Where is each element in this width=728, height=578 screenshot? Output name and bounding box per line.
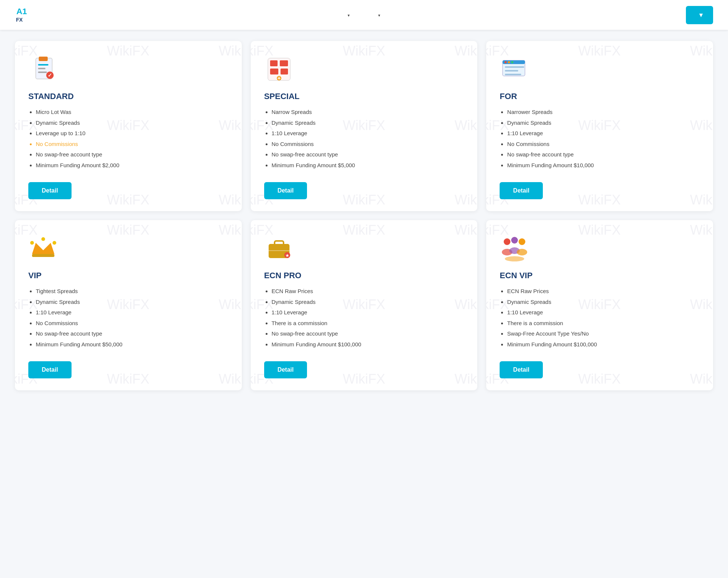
svg-point-22: [508, 61, 510, 63]
svg-point-43: [505, 256, 524, 261]
card-title: STANDARD: [28, 92, 228, 101]
navigation: A1 FX ▾ ▾ ▾: [0, 0, 728, 30]
svg-point-23: [511, 61, 513, 63]
svg-point-21: [504, 61, 507, 63]
feature-item: Minimum Funding Amount $5,000: [272, 161, 464, 170]
detail-button[interactable]: Detail: [264, 182, 307, 199]
svg-rect-13: [280, 60, 288, 66]
card-title: FOR: [500, 92, 700, 101]
feature-item: 1:10 Leverage: [507, 129, 700, 138]
account-card-ecn-vip: ECN VIP ECN Raw PricesDynamic Spreads1:1…: [486, 220, 713, 390]
card-title: VIP: [28, 271, 228, 280]
card-features-list: Tightest SpreadsDynamic Spreads1:10 Leve…: [28, 287, 228, 351]
feature-item: Swap-Free Account Type Yes/No: [507, 330, 700, 338]
svg-point-37: [504, 238, 510, 245]
card-icon-browser: [500, 54, 529, 84]
feature-item: No swap-free account type: [507, 150, 700, 159]
chevron-down-icon: ▾: [348, 13, 350, 18]
feature-item: Dynamic Spreads: [36, 119, 228, 127]
svg-point-30: [41, 237, 45, 241]
svg-rect-28: [32, 254, 54, 257]
feature-item: No swap-free account type: [272, 330, 464, 338]
detail-button[interactable]: Detail: [28, 182, 72, 199]
svg-point-38: [511, 237, 518, 244]
feature-item: 1:10 Leverage: [272, 308, 464, 317]
account-card-ecn-pro: ★ ECN PRO ECN Raw PricesDynamic Spreads1…: [251, 220, 478, 390]
card-title: ECN VIP: [500, 271, 700, 280]
svg-point-31: [53, 241, 56, 245]
feature-item: No Commissions: [36, 140, 228, 149]
feature-item: Dynamic Spreads: [36, 298, 228, 307]
main-content: ✓ STANDARD Micro Lot WasDynamic SpreadsL…: [0, 30, 728, 413]
nav-link-platforms[interactable]: ▾: [377, 11, 380, 18]
svg-rect-8: [38, 72, 47, 73]
svg-point-42: [517, 249, 527, 255]
nav-link-products[interactable]: ▾: [346, 11, 350, 18]
feature-item: Dynamic Spreads: [272, 298, 464, 307]
svg-rect-25: [505, 70, 518, 72]
feature-item: Micro Lot Was: [36, 108, 228, 117]
feature-item: Minimum Funding Amount $100,000: [272, 340, 464, 349]
svg-text:A1: A1: [16, 7, 27, 16]
account-types-grid: ✓ STANDARD Micro Lot WasDynamic SpreadsL…: [15, 41, 713, 390]
feature-item: There is a commission: [272, 319, 464, 328]
feature-item: Minimum Funding Amount $100,000: [507, 340, 700, 349]
feature-item: There is a commission: [507, 319, 700, 328]
feature-item: No Commissions: [272, 140, 464, 149]
account-card-special: SPECIAL Narrow SpreadsDynamic Spreads1:1…: [251, 41, 478, 211]
svg-text:FX: FX: [16, 17, 23, 23]
card-icon-crown: [28, 234, 58, 263]
card-features-list: Narrow SpreadsDynamic Spreads1:10 Levera…: [264, 108, 464, 172]
feature-item: Minimum Funding Amount $50,000: [36, 340, 228, 349]
feature-item: 1:10 Leverage: [507, 308, 700, 317]
feature-item: ECN Raw Prices: [507, 287, 700, 296]
svg-text:✓: ✓: [48, 72, 52, 78]
card-features-list: Micro Lot WasDynamic SpreadsLeverage up …: [28, 108, 228, 172]
logo-icon: A1 FX: [15, 4, 37, 26]
feature-item: Leverage up to 1:10: [36, 129, 228, 138]
nav-links: ▾ ▾: [333, 11, 394, 19]
feature-item: No Commissions: [507, 140, 700, 149]
svg-point-29: [30, 241, 34, 245]
detail-button[interactable]: Detail: [500, 361, 543, 378]
account-card-standard: ✓ STANDARD Micro Lot WasDynamic SpreadsL…: [15, 41, 242, 211]
card-icon-grid: [264, 54, 294, 84]
card-features-list: ECN Raw PricesDynamic Spreads1:10 Levera…: [264, 287, 464, 351]
svg-rect-14: [270, 69, 278, 74]
feature-item: Dynamic Spreads: [272, 119, 464, 127]
account-card-for: FOR Narrower SpreadsDynamic Spreads1:10 …: [486, 41, 713, 211]
feature-item: No swap-free account type: [36, 150, 228, 159]
feature-item: Minimum Funding Amount $10,000: [507, 161, 700, 170]
feature-item: 1:10 Leverage: [36, 308, 228, 317]
feature-item: Narrower Spreads: [507, 108, 700, 117]
feature-item: 1:10 Leverage: [272, 129, 464, 138]
detail-button[interactable]: Detail: [28, 361, 72, 378]
nav-item-platforms[interactable]: ▾: [377, 11, 380, 19]
svg-rect-26: [505, 74, 521, 75]
nav-item-products[interactable]: ▾: [346, 11, 350, 19]
card-icon-people: [500, 234, 529, 263]
svg-text:★: ★: [285, 253, 289, 258]
account-card-vip: VIP Tightest SpreadsDynamic Spreads1:10 …: [15, 220, 242, 390]
feature-item: Tightest Spreads: [36, 287, 228, 296]
logo[interactable]: A1 FX: [15, 4, 40, 26]
svg-rect-33: [275, 241, 284, 245]
detail-button[interactable]: Detail: [264, 361, 307, 378]
detail-button[interactable]: Detail: [500, 182, 543, 199]
feature-item: Narrow Spreads: [272, 108, 464, 117]
svg-marker-27: [32, 243, 54, 254]
card-title: SPECIAL: [264, 92, 464, 101]
feature-item: ECN Raw Prices: [272, 287, 464, 296]
card-icon-clipboard: ✓: [28, 54, 58, 84]
chevron-down-icon: ▾: [699, 11, 703, 19]
svg-rect-6: [38, 64, 48, 66]
create-account-button[interactable]: ▾: [686, 6, 713, 24]
card-title: ECN PRO: [264, 271, 464, 280]
chevron-down-icon: ▾: [378, 13, 380, 18]
card-features-list: Narrower SpreadsDynamic Spreads1:10 Leve…: [500, 108, 700, 172]
feature-item: No swap-free account type: [36, 330, 228, 338]
svg-rect-5: [39, 57, 48, 61]
card-icon-briefcase: ★: [264, 234, 294, 263]
svg-rect-15: [281, 69, 288, 74]
feature-item: No Commissions: [36, 319, 228, 328]
